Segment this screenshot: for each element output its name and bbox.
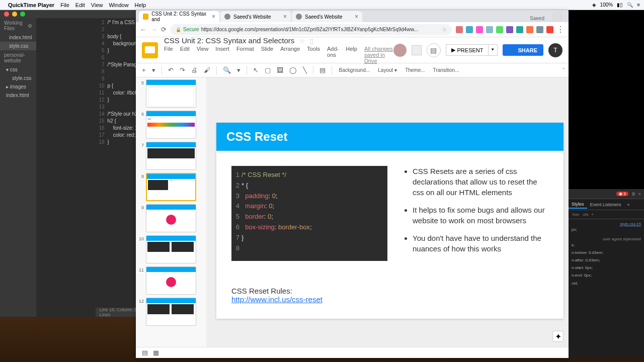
slide-thumb-11[interactable]: [146, 266, 196, 295]
slides-logo-icon[interactable]: [142, 42, 158, 58]
extension-icon[interactable]: [466, 26, 473, 33]
explore-button[interactable]: ✦: [552, 331, 564, 342]
textbox-tool[interactable]: ▢: [263, 65, 273, 75]
menu-insert[interactable]: Insert: [215, 46, 229, 64]
extension-icon[interactable]: [546, 26, 553, 33]
collapse-toolbar-icon[interactable]: ˆ: [562, 67, 565, 73]
slide-thumb-12[interactable]: [146, 298, 196, 326]
comments-button[interactable]: ▤: [427, 43, 441, 57]
menu-help[interactable]: Help: [346, 46, 357, 64]
sidebar-folder-css[interactable]: ▾ css: [0, 65, 36, 74]
slide-thumb-7[interactable]: [146, 142, 196, 170]
sidebar-file-style[interactable]: style.css: [0, 42, 36, 50]
layout-button[interactable]: Layout ▾: [375, 66, 400, 74]
undo-button[interactable]: ↶: [166, 65, 176, 75]
extension-icon[interactable]: [536, 26, 543, 33]
folder-icon[interactable]: ▯: [310, 37, 313, 45]
extension-icon[interactable]: [506, 26, 513, 33]
devtools-tabs-more-icon[interactable]: »: [624, 201, 633, 208]
devtools-tab-styles[interactable]: Styles: [569, 201, 587, 209]
collaborator-avatar[interactable]: [393, 44, 407, 57]
print-button[interactable]: 🖨: [189, 65, 200, 75]
select-tool[interactable]: ↖: [251, 65, 261, 75]
notifications-icon[interactable]: ≡: [637, 2, 640, 8]
devtools-tab-listeners[interactable]: Event Listeners: [587, 201, 624, 208]
menubar-view[interactable]: View: [91, 2, 103, 8]
extension-icon[interactable]: [486, 26, 493, 33]
user-avatar[interactable]: T: [548, 43, 562, 57]
extension-icon[interactable]: [526, 26, 533, 33]
star-icon[interactable]: ☆: [299, 37, 305, 45]
extension-icon[interactable]: [496, 26, 503, 33]
shape-tool[interactable]: ◯: [287, 65, 299, 75]
css-reset-link[interactable]: http://www.incl.us/css-reset: [231, 295, 323, 304]
menu-format[interactable]: Format: [236, 46, 254, 64]
comment-tool[interactable]: ▤: [317, 65, 328, 75]
slide-thumb-8[interactable]: • • •: [146, 173, 196, 201]
extension-icon[interactable]: [476, 26, 483, 33]
chrome-tab-site1[interactable]: Saeed's Website ×: [220, 11, 291, 22]
sidebar-css-style[interactable]: style.css: [0, 74, 36, 82]
current-slide[interactable]: CSS Reset 1/* CSS Reset */2* {3 padding:…: [216, 123, 564, 319]
address-bar[interactable]: 🔒 Secure https://docs.google.com/present…: [171, 24, 452, 35]
chrome-profile-name[interactable]: Saeed: [526, 15, 548, 22]
changes-saved[interactable]: All changes saved in Drive: [364, 46, 393, 64]
forward-button[interactable]: →: [150, 26, 157, 33]
menubar-app-name[interactable]: QuickTime Player: [8, 2, 54, 8]
hov-filter[interactable]: :hov: [572, 212, 579, 217]
transition-button[interactable]: Transition...: [430, 66, 462, 74]
close-tab-icon[interactable]: ×: [212, 13, 215, 20]
image-tool[interactable]: 🖼: [275, 65, 285, 75]
cls-filter[interactable]: .cls: [582, 212, 588, 217]
redo-button[interactable]: ↷: [178, 65, 187, 75]
line-tool[interactable]: ╲: [301, 65, 309, 75]
menu-view[interactable]: View: [197, 46, 209, 64]
close-tab-icon[interactable]: ×: [283, 13, 287, 20]
slide-canvas[interactable]: CSS Reset 1/* CSS Reset */2* {3 padding:…: [206, 77, 569, 347]
add-rule-button[interactable]: +: [591, 212, 594, 217]
extension-icon[interactable]: [456, 26, 463, 33]
sidebar-folder-images[interactable]: ▸ images: [0, 82, 36, 91]
menubar-window[interactable]: Window: [109, 2, 128, 8]
chrome-profile-avatar[interactable]: [551, 11, 562, 22]
chrome-tab-site2[interactable]: Saeed's Website ×: [292, 11, 362, 22]
close-tab-icon[interactable]: ×: [355, 13, 358, 20]
back-button[interactable]: ←: [140, 26, 146, 33]
filmstrip-view-icon[interactable]: ▤: [142, 349, 148, 356]
new-slide-dropdown[interactable]: ▾: [150, 65, 157, 75]
gear-icon[interactable]: ⚙: [28, 23, 32, 29]
zoom-dropdown[interactable]: ▾: [235, 65, 243, 75]
slide-thumb-10[interactable]: [146, 235, 196, 263]
maximize-window-button[interactable]: [20, 12, 25, 17]
slide-filmstrip[interactable]: 56text78• • •9101112: [136, 77, 206, 347]
reload-button[interactable]: ⟳: [161, 26, 167, 33]
zoom-button[interactable]: 🔍: [221, 65, 233, 75]
slide-thumb-6[interactable]: text: [146, 111, 196, 139]
source-link[interactable]: style.css:15: [572, 221, 641, 227]
present-dropdown[interactable]: ▾: [489, 44, 498, 56]
menu-addons[interactable]: Add-ons: [327, 46, 339, 64]
menu-edit[interactable]: Edit: [180, 46, 190, 64]
menubar-edit[interactable]: Edit: [75, 2, 85, 8]
sidebar-file-index[interactable]: index.html: [0, 33, 36, 42]
bookmark-star-icon[interactable]: ☆: [442, 27, 447, 32]
present-button[interactable]: ▶ PRESENT: [446, 44, 489, 56]
menu-file[interactable]: File: [164, 46, 173, 64]
slide-thumb-9[interactable]: [146, 204, 196, 232]
menubar-file[interactable]: File: [60, 2, 69, 8]
slide-thumb-5[interactable]: [146, 79, 196, 108]
sidebar-file-index-root[interactable]: index.html: [0, 91, 36, 100]
extension-icon[interactable]: [516, 26, 523, 33]
background-button[interactable]: Background...: [336, 66, 373, 74]
paint-format-button[interactable]: 🖌: [202, 65, 212, 75]
wifi-icon[interactable]: ◈: [592, 2, 596, 8]
menubar-help[interactable]: Help: [135, 2, 146, 8]
devtools-settings-icon[interactable]: ⚙: [631, 192, 635, 197]
close-window-button[interactable]: [4, 12, 9, 17]
collaborator-tag[interactable]: [412, 45, 422, 55]
document-title[interactable]: CSS Unit 2: CSS Syntax and Selectors ☆ ▯: [164, 37, 393, 45]
new-slide-button[interactable]: +: [140, 65, 148, 75]
share-button[interactable]: 👤 SHARE: [503, 44, 543, 56]
editor-code-pane[interactable]: 1/* I'm a CSS comment23body {4 backgroun…: [96, 18, 136, 317]
chrome-tab-slides[interactable]: CSS Unit 2: CSS Syntax and ×: [139, 11, 219, 22]
